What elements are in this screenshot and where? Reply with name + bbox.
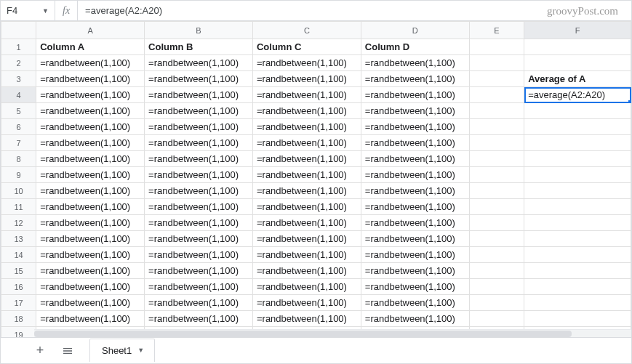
cell-E14[interactable] [469, 247, 524, 263]
all-sheets-button[interactable] [57, 341, 78, 361]
cell-B11[interactable]: =randbetween(1,100) [145, 199, 253, 215]
col-header-e[interactable]: E [469, 22, 524, 39]
cell-B15[interactable]: =randbetween(1,100) [145, 263, 253, 279]
cell-B9[interactable]: =randbetween(1,100) [145, 167, 253, 183]
cell-E8[interactable] [469, 151, 524, 167]
cell-A7[interactable]: =randbetween(1,100) [36, 135, 145, 151]
cell-B7[interactable]: =randbetween(1,100) [145, 135, 253, 151]
cell-D7[interactable]: =randbetween(1,100) [361, 135, 469, 151]
cell-C18[interactable]: =randbetween(1,100) [252, 311, 361, 327]
cell-D10[interactable]: =randbetween(1,100) [361, 183, 469, 199]
cell-D16[interactable]: =randbetween(1,100) [361, 279, 469, 295]
cell-A2[interactable]: =randbetween(1,100) [36, 55, 145, 71]
cell-C2[interactable]: =randbetween(1,100) [252, 55, 361, 71]
cell-E7[interactable] [469, 135, 524, 151]
row-header-11[interactable]: 11 [1, 199, 36, 215]
cell-B6[interactable]: =randbetween(1,100) [145, 119, 253, 135]
scrollbar-thumb[interactable] [34, 331, 572, 337]
row-header-14[interactable]: 14 [1, 247, 36, 263]
cell-C13[interactable]: =randbetween(1,100) [252, 231, 361, 247]
cell-C9[interactable]: =randbetween(1,100) [252, 167, 361, 183]
row-header-1[interactable]: 1 [1, 39, 36, 55]
name-box[interactable]: F4 ▼ [1, 1, 55, 20]
cell-E6[interactable] [469, 119, 524, 135]
cell-B2[interactable]: =randbetween(1,100) [145, 55, 253, 71]
cell-A15[interactable]: =randbetween(1,100) [36, 263, 145, 279]
cell-F16[interactable] [524, 279, 631, 295]
select-all-corner[interactable] [1, 22, 36, 39]
cell-A12[interactable]: =randbetween(1,100) [36, 215, 145, 231]
cell-A10[interactable]: =randbetween(1,100) [36, 183, 145, 199]
cell-A13[interactable]: =randbetween(1,100) [36, 231, 145, 247]
cell-D4[interactable]: =randbetween(1,100) [361, 87, 469, 103]
cell-C14[interactable]: =randbetween(1,100) [252, 247, 361, 263]
row-header-5[interactable]: 5 [1, 103, 36, 119]
row-header-15[interactable]: 15 [1, 263, 36, 279]
cell-D1[interactable]: Column D [361, 39, 469, 55]
cell-D8[interactable]: =randbetween(1,100) [361, 151, 469, 167]
col-header-c[interactable]: C [252, 22, 361, 39]
cell-C3[interactable]: =randbetween(1,100) [252, 71, 361, 87]
row-header-12[interactable]: 12 [1, 215, 36, 231]
cell-F12[interactable] [524, 215, 631, 231]
cell-A5[interactable]: =randbetween(1,100) [36, 103, 145, 119]
row-header-2[interactable]: 2 [1, 55, 36, 71]
cell-B16[interactable]: =randbetween(1,100) [145, 279, 253, 295]
sheet-tab[interactable]: Sheet1 ▼ [89, 339, 155, 362]
cell-C1[interactable]: Column C [252, 39, 361, 55]
cell-E1[interactable] [469, 39, 524, 55]
cell-C15[interactable]: =randbetween(1,100) [252, 263, 361, 279]
cell-D5[interactable]: =randbetween(1,100) [361, 103, 469, 119]
cell-C4[interactable]: =randbetween(1,100) [252, 87, 361, 103]
cell-D12[interactable]: =randbetween(1,100) [361, 215, 469, 231]
cell-F13[interactable] [524, 231, 631, 247]
cell-D2[interactable]: =randbetween(1,100) [361, 55, 469, 71]
cell-F6[interactable] [524, 119, 631, 135]
cell-F15[interactable] [524, 263, 631, 279]
cell-C10[interactable]: =randbetween(1,100) [252, 183, 361, 199]
row-header-4[interactable]: 4 [1, 87, 36, 103]
cell-B1[interactable]: Column B [145, 39, 253, 55]
cell-A9[interactable]: =randbetween(1,100) [36, 167, 145, 183]
row-header-13[interactable]: 13 [1, 231, 36, 247]
spreadsheet-grid[interactable]: ABCDEF1Column AColumn BColumn CColumn D2… [1, 21, 631, 337]
cell-C16[interactable]: =randbetween(1,100) [252, 279, 361, 295]
cell-A14[interactable]: =randbetween(1,100) [36, 247, 145, 263]
cell-F5[interactable] [524, 103, 631, 119]
cell-B4[interactable]: =randbetween(1,100) [145, 87, 253, 103]
cell-D18[interactable]: =randbetween(1,100) [361, 311, 469, 327]
cell-A8[interactable]: =randbetween(1,100) [36, 151, 145, 167]
cell-B17[interactable]: =randbetween(1,100) [145, 295, 253, 311]
cell-A4[interactable]: =randbetween(1,100) [36, 87, 145, 103]
formula-input[interactable]: =average(A2:A20) [78, 5, 631, 16]
cell-F10[interactable] [524, 183, 631, 199]
add-sheet-button[interactable]: + [30, 341, 50, 361]
cell-E9[interactable] [469, 167, 524, 183]
cell-D3[interactable]: =randbetween(1,100) [361, 71, 469, 87]
cell-F4[interactable]: =average(A2:A20) [524, 87, 631, 103]
cell-E18[interactable] [469, 311, 524, 327]
horizontal-scrollbar[interactable] [34, 329, 631, 337]
row-header-9[interactable]: 9 [1, 167, 36, 183]
cell-A6[interactable]: =randbetween(1,100) [36, 119, 145, 135]
row-header-3[interactable]: 3 [1, 71, 36, 87]
cell-E16[interactable] [469, 279, 524, 295]
row-header-16[interactable]: 16 [1, 279, 36, 295]
cell-D15[interactable]: =randbetween(1,100) [361, 263, 469, 279]
cell-C7[interactable]: =randbetween(1,100) [252, 135, 361, 151]
cell-A17[interactable]: =randbetween(1,100) [36, 295, 145, 311]
cell-E2[interactable] [469, 55, 524, 71]
row-header-18[interactable]: 18 [1, 311, 36, 327]
row-header-17[interactable]: 17 [1, 295, 36, 311]
cell-D9[interactable]: =randbetween(1,100) [361, 167, 469, 183]
cell-F2[interactable] [524, 55, 631, 71]
row-header-8[interactable]: 8 [1, 151, 36, 167]
cell-E4[interactable] [469, 87, 524, 103]
cell-A18[interactable]: =randbetween(1,100) [36, 311, 145, 327]
row-header-19[interactable]: 19 [1, 327, 36, 338]
cell-A16[interactable]: =randbetween(1,100) [36, 279, 145, 295]
col-header-a[interactable]: A [36, 22, 145, 39]
cell-B5[interactable]: =randbetween(1,100) [145, 103, 253, 119]
cell-B14[interactable]: =randbetween(1,100) [145, 247, 253, 263]
cell-B12[interactable]: =randbetween(1,100) [145, 215, 253, 231]
